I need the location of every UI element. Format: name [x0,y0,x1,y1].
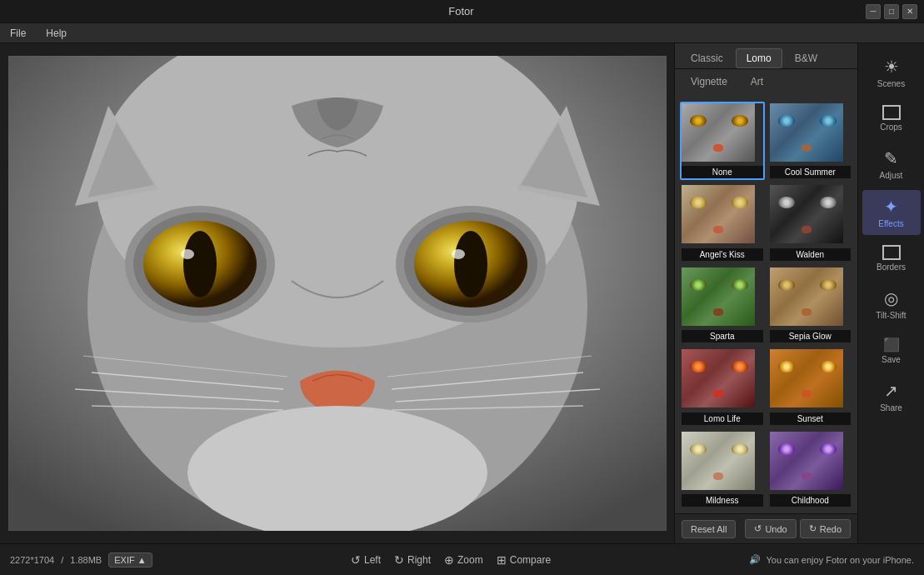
filter-sepia-glow-label: Sepia Glow [770,330,852,342]
filter-lomo-life[interactable]: Lomo Life [680,348,765,426]
exif-button[interactable]: EXIF ▲ [108,552,152,568]
close-button[interactable]: ✕ [902,4,917,19]
filter-lomo-life-label: Lomo Life [682,412,763,425]
maximize-button[interactable]: □ [884,4,899,19]
share-label: Share [880,403,902,412]
filter-sunset[interactable]: Sunset [768,348,853,426]
minimize-button[interactable]: ─ [866,4,881,19]
zoom-action[interactable]: ⊕ Zoom [444,553,483,567]
canvas-area [0,43,674,543]
crops-label: Crops [880,122,902,132]
sidebar-item-share[interactable]: ↗ Share [862,374,921,419]
filter-walden-label: Walden [770,248,852,261]
rotate-right-label: Right [407,554,431,566]
borders-icon [882,245,901,260]
sidebar-tools: ☀ Scenes Crops ✎ Adjust ✦ Effects Border… [857,43,924,543]
sidebar-item-borders[interactable]: Borders [862,238,921,278]
compare-label: Compare [510,554,551,566]
scenes-label: Scenes [877,79,905,88]
zoom-label: Zoom [457,554,483,566]
undo-button[interactable]: ↺ Undo [745,519,796,538]
sidebar-item-crops[interactable]: Crops [862,98,921,138]
save-icon: ⬛ [883,337,900,352]
redo-button[interactable]: ↻ Redo [800,519,851,538]
filter-sparta[interactable]: Sparta [680,266,765,344]
sidebar-item-save[interactable]: ⬛ Save [862,330,921,371]
svg-point-8 [181,249,194,259]
rotate-right-action[interactable]: ↻ Right [394,553,431,567]
borders-label: Borders [877,262,906,272]
sidebar-item-tilt-shift[interactable]: ◎ Tilt-Shift [862,282,921,327]
filter-grid: None Cool Summer [675,97,857,513]
compare-icon: ⊞ [497,553,507,567]
filter-mildness-label: Mildness [682,494,763,507]
bottom-bar: 2272*1704 / 1.88MB EXIF ▲ ↺ Left ↻ Right… [0,543,924,575]
sidebar-item-adjust[interactable]: ✎ Adjust [862,142,921,187]
rotate-right-icon: ↻ [394,553,404,567]
sidebar-item-effects[interactable]: ✦ Effects [862,190,921,235]
filter-walden[interactable]: Walden [768,183,853,262]
menu-help[interactable]: Help [42,26,70,41]
save-label: Save [882,355,901,364]
undo-icon: ↺ [754,523,762,534]
speaker-icon: 🔊 [749,554,761,565]
image-dimensions: 2272*1704 [10,555,54,565]
bottom-message: You can enjoy Fotor on your iPhone. [766,555,914,565]
filter-tabs-row1: Classic Lomo B&W [675,43,857,69]
tab-lomo[interactable]: Lomo [736,48,782,68]
share-icon: ↗ [884,381,898,401]
svg-point-12 [454,231,487,298]
filter-none[interactable]: None [680,102,765,180]
image-size-separator: / [61,555,63,565]
svg-point-13 [452,249,465,259]
filter-angels-kiss-label: Angel's Kiss [682,248,763,261]
filter-childhood-label: Childhood [770,494,852,507]
compare-action[interactable]: ⊞ Compare [497,553,551,567]
app-title: Fotor [57,5,866,18]
menu-bar: File Help [0,23,924,43]
adjust-label: Adjust [880,171,903,180]
reset-all-button[interactable]: Reset All [682,520,736,538]
filter-sunset-label: Sunset [770,412,852,425]
panel-actions: Reset All ↺ Undo ↻ Redo [675,513,857,543]
scenes-icon: ☀ [884,57,899,77]
filter-tabs-row2: Vignette Art [675,69,857,97]
rotate-left-icon: ↺ [351,553,361,567]
bottom-right: 🔊 You can enjoy Fotor on your iPhone. [749,554,914,565]
filter-cool-summer-label: Cool Summer [770,166,852,178]
filter-mildness[interactable]: Mildness [680,430,765,508]
tab-vignette[interactable]: Vignette [680,72,738,92]
crops-icon [882,105,901,120]
rotate-left-action[interactable]: ↺ Left [351,553,381,567]
right-area: Classic Lomo B&W Vignette Art None [674,43,924,543]
filter-angels-kiss[interactable]: Angel's Kiss [680,183,765,262]
adjust-icon: ✎ [884,148,898,168]
menu-file[interactable]: File [7,26,29,41]
rotate-left-label: Left [364,554,381,566]
tab-art[interactable]: Art [740,72,774,92]
filter-panel: Classic Lomo B&W Vignette Art None [674,43,857,543]
cat-photo [8,56,667,531]
tab-bw[interactable]: B&W [784,48,828,68]
tilt-shift-label: Tilt-Shift [876,311,906,320]
bottom-left: 2272*1704 / 1.88MB EXIF ▲ [10,552,152,568]
image-size: 1.88MB [70,555,102,565]
tilt-shift-icon: ◎ [884,288,898,308]
main-area: Classic Lomo B&W Vignette Art None [0,43,924,543]
tab-classic[interactable]: Classic [680,48,734,68]
window-controls[interactable]: ─ □ ✕ [866,4,917,19]
filter-cool-summer[interactable]: Cool Summer [768,102,853,180]
filter-none-label: None [682,166,763,178]
zoom-icon: ⊕ [444,553,454,567]
filter-sparta-label: Sparta [682,330,763,342]
effects-label: Effects [878,219,903,228]
title-bar: Fotor ─ □ ✕ [0,0,924,23]
redo-icon: ↻ [809,523,817,534]
effects-icon: ✦ [884,197,898,217]
svg-point-7 [183,231,217,298]
filter-sepia-glow[interactable]: Sepia Glow [768,266,853,344]
sidebar-item-scenes[interactable]: ☀ Scenes [862,50,921,95]
filter-childhood[interactable]: Childhood [768,430,853,508]
image-canvas [8,56,667,531]
bottom-center-actions: ↺ Left ↻ Right ⊕ Zoom ⊞ Compare [351,553,551,567]
